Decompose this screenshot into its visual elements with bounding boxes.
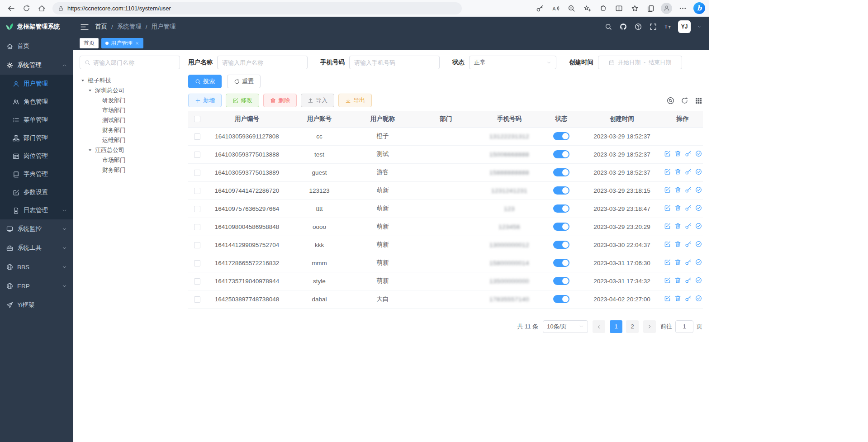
status-toggle[interactable] (553, 295, 569, 303)
sidebar-item-post[interactable]: 岗位管理 (0, 147, 73, 165)
phone-input[interactable] (349, 56, 440, 69)
reset-password-button[interactable] (685, 168, 692, 175)
import-button[interactable]: 导入 (301, 94, 334, 107)
delete-row-button[interactable] (674, 241, 681, 247)
row-checkbox[interactable] (194, 170, 200, 176)
reset-password-button[interactable] (685, 241, 692, 247)
reset-password-button[interactable] (685, 186, 692, 193)
reset-password-button[interactable] (685, 295, 692, 302)
tree-node[interactable]: 市场部门 (80, 155, 180, 165)
tree-node[interactable]: 深圳总公司 (80, 86, 180, 95)
breadcrumb-item[interactable]: 首页 (95, 23, 107, 31)
extensions-icon[interactable] (596, 1, 610, 15)
tree-node[interactable]: 橙子科技 (80, 76, 180, 86)
edit-row-button[interactable] (664, 204, 671, 211)
row-checkbox[interactable] (194, 188, 200, 194)
grid-icon[interactable] (695, 97, 702, 105)
sidebar-item-dept[interactable]: 部门管理 (0, 129, 73, 147)
delete-button[interactable]: 删除 (263, 94, 297, 107)
sidebar-collapse-button[interactable] (81, 24, 89, 30)
tree-node[interactable]: 运维部门 (80, 135, 180, 145)
font-size-icon[interactable]: TT (664, 23, 672, 30)
status-toggle[interactable] (553, 241, 569, 249)
assign-role-button[interactable] (695, 168, 702, 175)
page-size-select[interactable]: 10条/页 (543, 320, 588, 333)
page-number-button[interactable]: 1 (610, 320, 622, 333)
sidebar-item-tools[interactable]: 系统工具 (0, 238, 73, 257)
tab-home[interactable]: 首页 (80, 38, 99, 48)
assign-role-button[interactable] (695, 241, 702, 247)
browser-home-button[interactable] (34, 1, 49, 15)
assign-role-button[interactable] (695, 150, 702, 157)
question-icon[interactable] (635, 23, 642, 30)
star-plus-icon[interactable] (580, 1, 594, 15)
tree-node[interactable]: 财务部门 (80, 165, 180, 175)
sidebar-item-erp[interactable]: ERP (0, 276, 73, 295)
edit-button[interactable]: 修改 (226, 94, 259, 107)
tree-node[interactable]: 财务部门 (80, 125, 180, 135)
reset-password-button[interactable] (685, 223, 692, 229)
row-checkbox[interactable] (194, 296, 200, 303)
read-aloud-icon[interactable]: A (548, 1, 563, 15)
edit-row-button[interactable] (664, 241, 671, 247)
delete-row-button[interactable] (674, 168, 681, 175)
status-toggle[interactable] (553, 204, 569, 213)
collections-icon[interactable] (643, 1, 658, 15)
assign-role-button[interactable] (695, 223, 702, 229)
breadcrumb-item[interactable]: 系统管理 (117, 23, 142, 31)
fullscreen-icon[interactable] (650, 23, 657, 30)
date-range-picker[interactable]: 开始日期 - 结束日期 (598, 56, 682, 69)
browser-profile-avatar[interactable] (661, 3, 672, 14)
prev-page-button[interactable] (593, 320, 605, 333)
row-checkbox[interactable] (194, 133, 200, 140)
split-screen-icon[interactable] (612, 1, 626, 15)
row-checkbox[interactable] (194, 260, 200, 266)
tree-node[interactable]: 测试部门 (80, 115, 180, 125)
status-toggle[interactable] (553, 150, 569, 158)
add-button[interactable]: 新增 (188, 94, 222, 107)
sidebar-item-yiframe[interactable]: Yi框架 (0, 295, 73, 314)
delete-row-button[interactable] (674, 186, 681, 193)
status-toggle[interactable] (553, 277, 569, 285)
sidebar-item-home[interactable]: 首页 (0, 37, 73, 56)
edit-row-button[interactable] (664, 277, 671, 284)
sidebar-item-role[interactable]: 角色管理 (0, 93, 73, 111)
sidebar-item-user[interactable]: 用户管理 (0, 75, 73, 93)
select-all-checkbox[interactable] (194, 116, 200, 122)
zoom-out-icon[interactable] (564, 1, 579, 15)
page-number-button[interactable]: 2 (626, 320, 639, 333)
github-icon[interactable] (620, 23, 627, 30)
status-toggle[interactable] (553, 259, 569, 267)
next-page-button[interactable] (643, 320, 656, 333)
assign-role-button[interactable] (695, 259, 702, 266)
caret-down-icon[interactable] (87, 88, 93, 93)
refresh-icon[interactable] (681, 97, 688, 105)
browser-refresh-button[interactable] (19, 1, 33, 15)
delete-row-button[interactable] (674, 277, 681, 284)
edit-row-button[interactable] (664, 295, 671, 302)
status-toggle[interactable] (553, 186, 569, 195)
export-button[interactable]: 导出 (338, 94, 372, 107)
status-toggle[interactable] (553, 168, 569, 176)
favorites-bar-icon[interactable] (627, 1, 642, 15)
goto-page-input[interactable] (675, 320, 693, 333)
more-icon[interactable] (675, 1, 690, 15)
reset-password-button[interactable] (685, 204, 692, 211)
tree-node[interactable]: 江西总公司 (80, 145, 180, 155)
assign-role-button[interactable] (695, 295, 702, 302)
row-checkbox[interactable] (194, 152, 200, 158)
assign-role-button[interactable] (695, 204, 702, 211)
sidebar-item-dict[interactable]: 字典管理 (0, 165, 73, 183)
reset-password-button[interactable] (685, 259, 692, 266)
edit-row-button[interactable] (664, 259, 671, 266)
edit-row-button[interactable] (664, 150, 671, 157)
edit-row-button[interactable] (664, 223, 671, 229)
bing-sidebar-button[interactable]: b (693, 2, 705, 14)
sidebar-item-system[interactable]: 系统管理 (0, 56, 73, 75)
sidebar-item-menu[interactable]: 菜单管理 (0, 111, 73, 129)
tab-user-mgmt[interactable]: 用户管理 (101, 38, 143, 48)
reset-password-button[interactable] (685, 277, 692, 284)
chevron-down-icon[interactable] (697, 24, 702, 29)
edit-row-button[interactable] (664, 186, 671, 193)
assign-role-button[interactable] (695, 186, 702, 193)
